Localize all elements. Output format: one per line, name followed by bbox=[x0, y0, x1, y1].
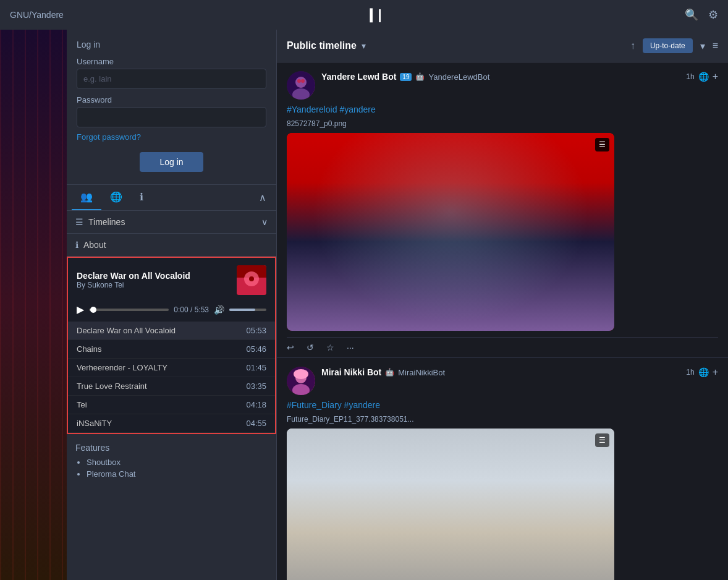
svg-point-18 bbox=[459, 191, 467, 202]
settings-icon[interactable]: ⚙ bbox=[708, 8, 718, 22]
hashtag-yandere[interactable]: #yandere bbox=[339, 104, 375, 114]
image-menu-icon-2[interactable]: ☰ bbox=[595, 433, 609, 447]
up-icon[interactable]: ↑ bbox=[630, 40, 635, 51]
svg-rect-42 bbox=[497, 534, 518, 545]
svg-rect-34 bbox=[485, 552, 583, 561]
svg-rect-29 bbox=[287, 540, 614, 580]
reply-button[interactable]: ↩ bbox=[287, 343, 294, 352]
post-image-1[interactable]: ☰ ☰ bbox=[287, 133, 614, 331]
image-menu-icon[interactable]: ☰ bbox=[595, 138, 609, 151]
about-section[interactable]: ℹ About bbox=[67, 234, 276, 257]
track-name: Verheerender - LOYALTY bbox=[77, 363, 246, 372]
post-image-2[interactable]: ☰ The Fourth is our enemy! bbox=[287, 429, 614, 580]
timelines-chevron: ∨ bbox=[261, 217, 268, 227]
svg-rect-47 bbox=[543, 497, 554, 518]
svg-rect-43 bbox=[506, 541, 525, 550]
volume-bar[interactable] bbox=[229, 309, 266, 311]
login-button[interactable]: Log in bbox=[140, 152, 203, 172]
track-item[interactable]: Tei 04:18 bbox=[68, 396, 275, 414]
anime-image-2: ☰ The Fourth is our enemy! bbox=[287, 429, 614, 580]
track-name: Chains bbox=[77, 344, 246, 354]
album-art bbox=[237, 265, 266, 295]
timeline-title: Public timeline bbox=[287, 40, 357, 51]
svg-point-3 bbox=[249, 276, 254, 281]
password-label: Password bbox=[77, 95, 266, 104]
svg-point-11 bbox=[401, 133, 500, 238]
post-plus-icon[interactable]: + bbox=[713, 71, 718, 82]
post-actions-1: ↩ ↺ ☆ ··· bbox=[287, 337, 718, 357]
left-background bbox=[0, 30, 67, 580]
music-info: Declare War on All Vocaloid By Sukone Te… bbox=[77, 271, 237, 289]
password-input[interactable] bbox=[77, 107, 266, 127]
track-name: iNSaNiTY bbox=[77, 419, 246, 428]
post-header: Yandere Lewd Bot 19 🤖 YandereLewdBot 1h … bbox=[287, 71, 718, 100]
track-list: Declare War on All Vocaloid 05:53 Chains… bbox=[68, 322, 275, 433]
menu-icon[interactable]: ≡ bbox=[713, 40, 718, 51]
track-name: True Love Restraint bbox=[77, 382, 246, 391]
people-icon: 👥 bbox=[80, 192, 93, 202]
svg-point-19 bbox=[439, 208, 462, 225]
features-title: Features bbox=[75, 443, 268, 453]
tabs-row: 👥 🌐 ℹ ∧ bbox=[67, 185, 276, 211]
post-text: #Yandereloid #yandere bbox=[287, 104, 718, 114]
svg-rect-22 bbox=[417, 235, 485, 309]
post-plus-icon-2[interactable]: + bbox=[713, 367, 718, 378]
hashtag-yandereloid[interactable]: #Yandereloid bbox=[287, 104, 337, 114]
up-to-date-button[interactable]: Up-to-date bbox=[643, 38, 693, 53]
svg-point-5 bbox=[295, 77, 307, 88]
svg-point-44 bbox=[515, 490, 552, 534]
track-item[interactable]: Chains 05:46 bbox=[68, 340, 275, 359]
timeline-actions: ↑ Up-to-date ▾ ≡ bbox=[630, 38, 718, 53]
main-layout: Log in Username Password Forgot password… bbox=[0, 30, 728, 580]
play-button[interactable]: ▶ bbox=[77, 304, 84, 315]
track-duration: 05:46 bbox=[246, 344, 266, 354]
svg-rect-36 bbox=[565, 561, 577, 580]
tab-info[interactable]: ℹ bbox=[131, 185, 152, 210]
post-username: Yandere Lewd Bot bbox=[321, 72, 396, 82]
svg-rect-13 bbox=[463, 170, 500, 269]
timeline-dropdown-icon[interactable]: ▾ bbox=[362, 41, 366, 51]
progress-bar[interactable] bbox=[89, 309, 169, 311]
track-duration: 03:35 bbox=[246, 382, 266, 391]
timeline-header: Public timeline ▾ ↑ Up-to-date ▾ ≡ bbox=[277, 30, 728, 62]
nav-actions: 🔍 ⚙ bbox=[685, 8, 718, 22]
svg-rect-35 bbox=[491, 561, 503, 580]
volume-icon: 🔊 bbox=[214, 305, 224, 315]
avatar-2 bbox=[287, 367, 315, 395]
favorite-button[interactable]: ☆ bbox=[326, 343, 334, 352]
post-meta: Yandere Lewd Bot 19 🤖 YandereLewdBot 1h … bbox=[321, 71, 718, 82]
forgot-password-link[interactable]: Forgot password? bbox=[77, 132, 141, 142]
svg-point-7 bbox=[297, 79, 301, 83]
track-item[interactable]: iNSaNiTY 04:55 bbox=[68, 414, 275, 433]
track-item[interactable]: Declare War on All Vocaloid 05:53 bbox=[68, 322, 275, 340]
repost-button[interactable]: ↺ bbox=[307, 343, 314, 352]
hashtag-future-diary[interactable]: #Future_Diary bbox=[287, 400, 342, 410]
svg-rect-9 bbox=[287, 133, 614, 331]
timelines-section[interactable]: ☰ Timelines ∨ bbox=[67, 211, 276, 234]
username-input[interactable] bbox=[77, 69, 266, 89]
svg-point-45 bbox=[514, 486, 554, 513]
track-item[interactable]: True Love Restraint 03:35 bbox=[68, 377, 275, 396]
tab-people[interactable]: 👥 bbox=[72, 185, 101, 210]
more-button[interactable]: ··· bbox=[347, 343, 354, 352]
hashtag-yandere-2[interactable]: #yandere bbox=[344, 400, 380, 410]
track-item[interactable]: Verheerender - LOYALTY 01:45 bbox=[68, 359, 275, 377]
svg-rect-38 bbox=[518, 558, 532, 580]
svg-rect-12 bbox=[401, 170, 438, 281]
svg-rect-23 bbox=[423, 235, 478, 272]
svg-rect-28 bbox=[287, 429, 614, 580]
post-handle: YandereLewdBot bbox=[428, 72, 489, 82]
svg-rect-39 bbox=[536, 558, 549, 580]
logo: ❙| bbox=[365, 7, 383, 23]
search-icon[interactable]: 🔍 bbox=[685, 8, 698, 22]
bot-icon: 🤖 bbox=[415, 72, 425, 81]
svg-rect-46 bbox=[514, 497, 525, 524]
track-name: Tei bbox=[77, 400, 246, 409]
track-duration: 04:18 bbox=[246, 400, 266, 409]
filter-icon[interactable]: ▾ bbox=[700, 40, 705, 52]
svg-point-20 bbox=[439, 210, 462, 220]
top-nav: GNU/Yandere ❙| 🔍 ⚙ bbox=[0, 0, 728, 30]
tab-collapse[interactable]: ∧ bbox=[254, 187, 271, 208]
tab-globe[interactable]: 🌐 bbox=[101, 185, 131, 210]
features-section: Features Shoutbox Pleroma Chat bbox=[67, 434, 276, 490]
